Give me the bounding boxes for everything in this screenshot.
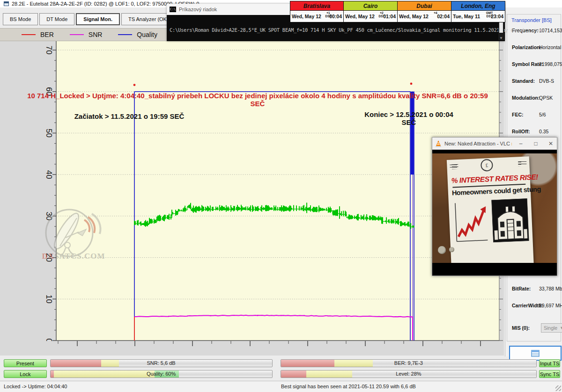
tab-signal-mon-[interactable]: Signal Mon.: [76, 13, 120, 25]
field-label: Polarization:: [512, 44, 541, 50]
field-value: 5/6: [539, 112, 546, 117]
scrollbar-thumb[interactable]: [499, 22, 503, 33]
field-bitrate: BitRate:33,788 Mbit/s: [512, 286, 562, 291]
svg-text:30: 30: [44, 211, 53, 220]
clock-date: Wed, May 12: [345, 14, 375, 19]
field-value: Horizontal: [539, 44, 561, 50]
field-value: 33,788 Mbit/s: [539, 286, 562, 291]
meter-snr: SNR: 5,6 dB: [50, 359, 273, 367]
vlc-window-title: New: Naked Attraction - VLC media player: [444, 141, 512, 146]
vlc-cone-icon: [435, 140, 442, 147]
mis-dropdown[interactable]: Single ▼: [541, 323, 562, 333]
field-value: QPSK: [539, 95, 553, 101]
app-icon: [4, 1, 9, 6]
cmd-icon: C:\: [170, 7, 176, 12]
legend-label: BER: [40, 31, 54, 38]
legend-swatch-ber: [22, 34, 36, 35]
clock-bratislava: BratislavaWed, May 12+1DST00:04: [290, 1, 344, 22]
signal-monitor-chart: 010203040506070 10 714 H_Locked > Uptjme…: [0, 41, 504, 356]
bar-label: SNR: 5,6 dB: [51, 360, 272, 366]
status-bar: Locked -> Uptime: 04:04:40 Best signal h…: [0, 381, 562, 392]
legend-item-quality: Quality: [118, 31, 157, 38]
table-icon: [531, 350, 540, 357]
legend-swatch-quality: [118, 34, 132, 35]
field-standard: Standard:DVB-S: [512, 78, 562, 84]
vlc-video-area[interactable]: £ % INTEREST RATES RISE! Homeowners coul…: [432, 150, 557, 276]
transponder-title: Transponder [BS]: [510, 17, 553, 23]
clock-city: Bratislava: [290, 1, 343, 11]
meter-ber: BER: 9,7E-3: [281, 359, 537, 367]
status-badge-present: Present: [4, 359, 47, 367]
bar-label: Quality: 60%: [51, 371, 272, 377]
photo-artifact-dot: [449, 247, 454, 252]
chart-annotation-end: Koniec > 12.5.2021 o 00:04 SEČ: [357, 110, 461, 126]
tab-bs-mode[interactable]: BS Mode: [3, 13, 38, 25]
clock-body: Tue, May 11GMTDST23:04: [451, 11, 505, 22]
legend-item-snr: SNR: [70, 31, 103, 38]
clock-time: 23:04: [491, 14, 503, 19]
status-badge-sync-ts: Sync TS: [539, 370, 560, 378]
vlc-titlebar[interactable]: New: Naked Attraction - VLC media player…: [432, 138, 557, 150]
bar-label: Level: 28%: [281, 371, 537, 377]
paper-deco-lines: [518, 161, 526, 167]
clock-body: Wed, May 12+2DST01:04: [344, 11, 397, 22]
rising-rates-graph-icon: [452, 200, 489, 244]
field-value: 0.35: [539, 129, 548, 134]
maximize-button[interactable]: □: [530, 138, 542, 150]
signal-indicator-panel: PresentSNR: 5,6 dBBER: 9,7E-3Input TSLoc…: [0, 358, 562, 379]
field-symbolrate: Symbol Rate:21998,075 KS/s: [512, 61, 562, 67]
clock-date: Wed, May 12: [399, 14, 429, 19]
clock-london-eng: London, EngTue, May 11GMTDST23:04: [451, 1, 505, 22]
legend-item-ber: BER: [22, 31, 54, 38]
field-value: 29,697 MHz: [539, 303, 562, 308]
field-rolloff: RollOff:0.35: [512, 129, 562, 134]
status-badge-input-ts: Input TS: [539, 359, 560, 367]
cmd-window-title: Príkazový riadok: [179, 7, 217, 12]
field-label: FEC:: [512, 112, 524, 117]
legend-swatch-snr: [70, 34, 84, 35]
chart-annotation-start: Začiatok > 11.5.2021 o 19:59 SEČ: [74, 112, 185, 120]
newspaper-headline: % INTEREST RATES RISE!: [451, 174, 526, 185]
field-modulation: Modulation:QPSK: [512, 95, 562, 101]
field-fec: FEC:5/6: [512, 112, 562, 117]
chart-annotation-main: 10 714 H_Locked > Uptjme: 4:04:40_stabil…: [22, 92, 493, 108]
indicator-row: LockQuality: 60%Level: 28%Sync TS: [4, 370, 560, 378]
svg-text:20: 20: [44, 253, 53, 262]
mode-tab-bar: BS ModeDT ModeSignal Mon.TS Analyzer (OK…: [3, 13, 176, 25]
cmd-prompt-line: C:\Users\Roman Dávid>A2E-28,5°E_UK SPOT …: [170, 27, 542, 33]
resize-grip[interactable]: [555, 385, 561, 391]
svg-text:10: 10: [44, 295, 53, 304]
newspaper-stamp-icon: £: [481, 159, 493, 172]
clock-date: Wed, May 12: [292, 14, 321, 19]
legend-label: Quality: [137, 31, 157, 38]
field-value: 10714,153 MHz: [539, 28, 562, 33]
best-signal-status: Best signal has been seen at 2021-05-11 …: [281, 384, 416, 389]
clock-city: London, Eng: [451, 1, 505, 11]
mis-field: MIS (0): Single ▼: [512, 325, 562, 331]
newspaper-subheadline: Homeowners could get stung: [452, 186, 527, 197]
clock-date: Tue, May 11: [453, 14, 480, 19]
video-frame: £ % INTEREST RATES RISE! Homeowners coul…: [432, 153, 557, 263]
clock-time: 02:04: [437, 14, 450, 19]
bar-label: BER: 9,7E-3: [281, 360, 537, 366]
house-cartoon-icon: [491, 198, 529, 243]
field-label: CarrierWidth:: [512, 303, 543, 308]
field-label: BitRate:: [512, 286, 531, 291]
clock-time: 01:04: [383, 14, 396, 19]
scroll-down-icon[interactable]: ▼: [498, 36, 504, 40]
field-value: 21998,075 KS/s: [539, 61, 562, 67]
meter-quality: Quality: 60%: [50, 370, 273, 378]
mis-label: MIS (0):: [512, 325, 530, 331]
clock-body: Wed, May 12+1DST00:04: [290, 11, 343, 22]
close-button[interactable]: ✕: [545, 138, 557, 150]
chart-canvas: 010203040506070: [0, 41, 504, 356]
lock-uptime-status: Locked -> Uptime: 04:04:40: [4, 384, 67, 389]
svg-text:70: 70: [44, 46, 53, 55]
clock-city: Dubai: [398, 1, 451, 11]
field-label: RollOff:: [512, 129, 530, 134]
field-carrierwidth: CarrierWidth:29,697 MHz: [512, 303, 562, 308]
newspaper-graphic: £ % INTEREST RATES RISE! Homeowners coul…: [447, 156, 534, 263]
minimize-button[interactable]: –: [515, 138, 527, 150]
legend-label: SNR: [89, 31, 103, 38]
tab-dt-mode[interactable]: DT Mode: [39, 13, 74, 25]
